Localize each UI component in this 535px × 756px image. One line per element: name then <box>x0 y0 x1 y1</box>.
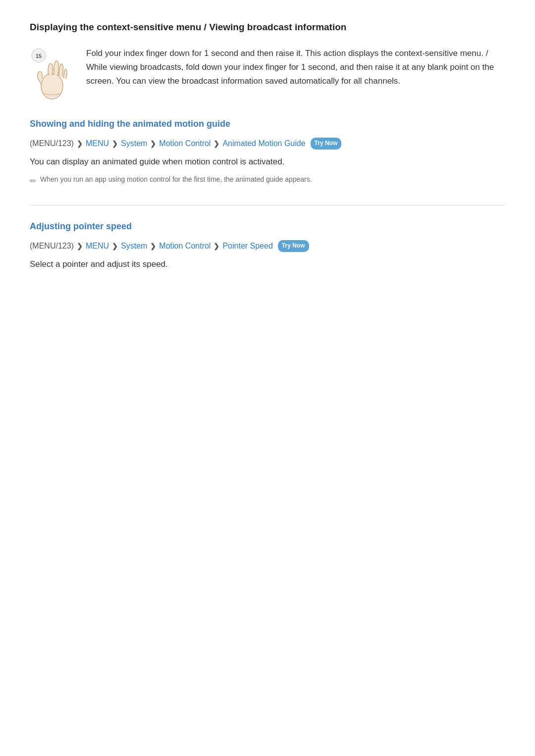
hand-gesture-icon: 15 <box>30 47 74 101</box>
section1-note-text: When you run an app using motion control… <box>40 174 312 185</box>
breadcrumb-pointer-speed: Pointer Speed <box>222 240 272 252</box>
try-now-badge-2[interactable]: Try Now <box>278 240 309 252</box>
breadcrumb-menu123-1: (MENU/123) <box>30 137 74 150</box>
svg-text:15: 15 <box>36 53 42 59</box>
breadcrumb-sep4-2: ❯ <box>214 241 219 252</box>
section1-body: You can display an animated guide when m… <box>30 155 505 169</box>
breadcrumb-section2: (MENU/123) ❯ MENU ❯ System ❯ Motion Cont… <box>30 240 505 252</box>
breadcrumb-sep3-2: ❯ <box>150 241 156 252</box>
pencil-icon-1: ✏ <box>30 175 36 188</box>
breadcrumb-sep1-2: ❯ <box>77 241 83 252</box>
intro-paragraph: Fold your index finger down for 1 second… <box>86 47 505 88</box>
section1-title: Showing and hiding the animated motion g… <box>30 117 505 131</box>
section2-title: Adjusting pointer speed <box>30 219 505 234</box>
section-pointer-speed: Adjusting pointer speed (MENU/123) ❯ MEN… <box>30 219 505 271</box>
breadcrumb-animated-motion-guide: Animated Motion Guide <box>222 137 305 150</box>
try-now-badge-1[interactable]: Try Now <box>311 138 342 149</box>
breadcrumb-system-1: System <box>121 137 147 150</box>
breadcrumb-sep4-1: ❯ <box>214 138 219 149</box>
svg-point-2 <box>41 73 63 99</box>
breadcrumb-sep2-1: ❯ <box>112 138 118 149</box>
breadcrumb-motion-control-1: Motion Control <box>159 137 211 150</box>
breadcrumb-sep1-1: ❯ <box>77 138 83 149</box>
breadcrumb-motion-control-2: Motion Control <box>159 240 211 252</box>
breadcrumb-system-2: System <box>121 240 147 252</box>
intro-block: 15 Fold your index finger down f <box>30 47 505 101</box>
breadcrumb-menu-1: MENU <box>86 137 109 150</box>
section1-note-block: ✏ When you run an app using motion contr… <box>30 174 505 188</box>
section2-body: Select a pointer and adjust its speed. <box>30 257 505 271</box>
breadcrumb-sep2-2: ❯ <box>112 241 118 252</box>
page-title: Displaying the context-sensitive menu / … <box>30 20 505 35</box>
breadcrumb-sep3-1: ❯ <box>150 138 156 149</box>
section-animated-guide: Showing and hiding the animated motion g… <box>30 117 505 187</box>
breadcrumb-menu123-2: (MENU/123) <box>30 240 74 252</box>
breadcrumb-section1: (MENU/123) ❯ MENU ❯ System ❯ Motion Cont… <box>30 137 505 150</box>
section-divider <box>30 205 505 205</box>
breadcrumb-menu-2: MENU <box>86 240 109 252</box>
